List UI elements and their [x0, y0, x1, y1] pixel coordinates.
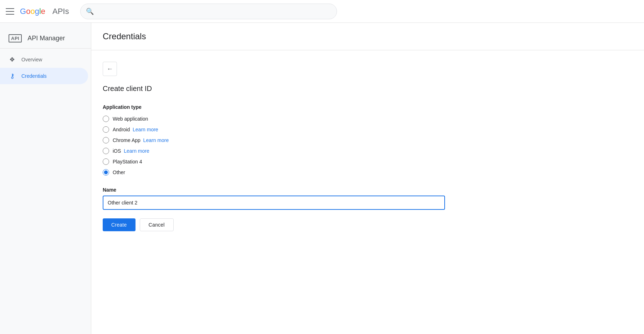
layout: API API Manager ❖ Overview ⚷ Credentials… — [0, 23, 644, 334]
overview-icon: ❖ — [9, 56, 16, 64]
radio-label-playstation: PlayStation 4 — [113, 159, 142, 165]
radio-option-other[interactable]: Other — [103, 169, 633, 176]
radio-option-chrome[interactable]: Chrome App Learn more — [103, 137, 633, 143]
action-buttons: Create Cancel — [103, 218, 633, 231]
application-type-label: Application type — [103, 104, 633, 110]
android-learn-more-link[interactable]: Learn more — [133, 127, 158, 132]
content-body: ← Create client ID Application type Web … — [91, 50, 644, 243]
radio-option-ios[interactable]: iOS Learn more — [103, 148, 633, 154]
hamburger-menu-button[interactable] — [6, 7, 14, 16]
sidebar-item-overview[interactable]: ❖ Overview — [0, 51, 88, 68]
ios-learn-more-link[interactable]: Learn more — [124, 148, 149, 154]
radio-chrome[interactable] — [103, 137, 109, 143]
top-header: Google APIs 🔍 — [0, 0, 644, 23]
content-header: Credentials — [91, 23, 644, 50]
search-icon: 🔍 — [86, 7, 94, 15]
create-button[interactable]: Create — [103, 218, 136, 231]
sidebar-brand-label: API Manager — [27, 35, 65, 42]
search-input[interactable] — [80, 4, 337, 19]
sidebar-brand: API API Manager — [0, 29, 91, 49]
apis-label: APIs — [52, 7, 69, 16]
credentials-icon: ⚷ — [9, 72, 16, 80]
radio-option-android[interactable]: Android Learn more — [103, 126, 633, 133]
radio-web[interactable] — [103, 116, 109, 122]
name-section: Name — [103, 187, 633, 210]
sidebar: API API Manager ❖ Overview ⚷ Credentials — [0, 23, 91, 334]
radio-android[interactable] — [103, 126, 109, 133]
sidebar-item-label-credentials: Credentials — [21, 73, 47, 79]
radio-label-web: Web application — [113, 116, 148, 122]
radio-other[interactable] — [103, 169, 109, 176]
radio-label-ios: iOS Learn more — [113, 148, 149, 154]
api-badge: API — [9, 34, 22, 42]
radio-playstation[interactable] — [103, 158, 109, 165]
radio-option-web[interactable]: Web application — [103, 116, 633, 122]
name-input[interactable] — [103, 196, 445, 210]
radio-option-playstation[interactable]: PlayStation 4 — [103, 158, 633, 165]
radio-ios[interactable] — [103, 148, 109, 154]
create-client-id-title: Create client ID — [103, 85, 633, 93]
radio-label-android: Android Learn more — [113, 127, 158, 132]
radio-group-application-type: Web application Android Learn more Chrom… — [103, 116, 633, 176]
name-label: Name — [103, 187, 633, 193]
sidebar-item-credentials[interactable]: ⚷ Credentials — [0, 68, 88, 84]
sidebar-item-label-overview: Overview — [21, 57, 42, 62]
main-content: Credentials ← Create client ID Applicati… — [91, 23, 644, 334]
cancel-button[interactable]: Cancel — [140, 218, 174, 231]
page-title: Credentials — [103, 31, 633, 41]
search-bar: 🔍 — [80, 4, 337, 19]
back-button[interactable]: ← — [103, 62, 117, 76]
radio-label-other: Other — [113, 169, 125, 175]
chrome-learn-more-link[interactable]: Learn more — [143, 137, 169, 143]
google-logo: Google — [20, 7, 45, 16]
radio-label-chrome: Chrome App Learn more — [113, 137, 169, 143]
